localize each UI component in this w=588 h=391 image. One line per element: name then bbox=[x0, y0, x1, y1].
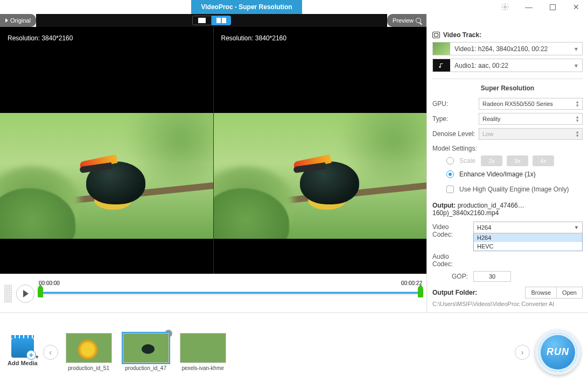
updown-icon: ▴▾ bbox=[576, 130, 579, 138]
original-tab-label: Original bbox=[10, 17, 31, 24]
denoise-value: Low bbox=[482, 131, 493, 137]
original-tab[interactable]: Original bbox=[0, 14, 36, 27]
scale-4x-button[interactable]: 4x bbox=[533, 155, 554, 166]
media-tray: Add Media ▼ ‹ production_id_51 ✕ product… bbox=[0, 312, 588, 391]
play-icon bbox=[5, 18, 8, 23]
run-button[interactable]: RUN bbox=[535, 330, 580, 375]
tray-prev-button[interactable]: ‹ bbox=[43, 345, 58, 360]
media-thumbnails: production_id_51 ✕ production_id_47 pexe… bbox=[64, 333, 228, 371]
add-media-button[interactable]: Add Media ▼ bbox=[8, 338, 38, 366]
hq-engine-row: Use High Quality Engine (Image Only) bbox=[427, 180, 588, 198]
result-resolution-label: Resolution: 3840*2160 bbox=[221, 34, 286, 42]
scale-label: Scale bbox=[459, 157, 475, 165]
chevron-right-icon: › bbox=[521, 348, 524, 357]
super-resolution-heading: Super Resolution bbox=[427, 82, 588, 96]
video-track-select[interactable]: Video1: h264, 3840x2160, 00:22 ▾ bbox=[432, 42, 583, 55]
run-label: RUN bbox=[547, 346, 569, 358]
thumbnail-caption: production_id_47 bbox=[121, 365, 171, 371]
split-pane-icon bbox=[216, 18, 226, 23]
video-track-value: Video1: h264, 3840x2160, 00:22 bbox=[450, 45, 570, 53]
gpu-select[interactable]: Radeon RX550/550 Series ▴▾ bbox=[479, 98, 583, 110]
open-button[interactable]: Open bbox=[557, 287, 583, 298]
thumbnail-image bbox=[180, 333, 226, 363]
audio-codec-row: Audio Codec: bbox=[427, 253, 588, 269]
scale-option-row: Scale 2x 3x 4x bbox=[427, 153, 588, 168]
close-icon: ✕ bbox=[573, 3, 579, 11]
thumbnail-image bbox=[66, 333, 112, 363]
trim-end-time: 00:00:22 bbox=[401, 280, 422, 307]
audio-thumb-icon bbox=[433, 59, 450, 72]
video-codec-option-hevc[interactable]: HEVC bbox=[474, 242, 582, 251]
video-thumb-icon bbox=[433, 42, 450, 55]
close-button[interactable]: ✕ bbox=[564, 0, 588, 14]
type-value: Reality bbox=[482, 116, 501, 122]
gop-input[interactable]: 30 bbox=[473, 271, 511, 282]
type-select[interactable]: Reality ▴▾ bbox=[479, 113, 583, 125]
hq-engine-checkbox[interactable] bbox=[446, 186, 454, 193]
view-split-button[interactable] bbox=[212, 16, 231, 25]
video-track-heading: Video Track: bbox=[427, 27, 588, 42]
chevron-down-icon: ▼ bbox=[574, 225, 579, 230]
enhance-option-row: Enhance Video/Image (1x) bbox=[427, 168, 588, 180]
output-folder-row: Output Folder: Browse Open bbox=[427, 283, 588, 300]
drag-handle-icon[interactable] bbox=[4, 285, 12, 303]
scale-radio[interactable] bbox=[446, 157, 454, 165]
tray-next-button[interactable]: › bbox=[515, 345, 530, 360]
preview-topbar: Original Preview bbox=[0, 14, 588, 27]
chevron-down-icon: ▾ bbox=[570, 62, 582, 69]
browse-button[interactable]: Browse bbox=[525, 287, 557, 298]
minimize-icon: — bbox=[525, 3, 533, 11]
audio-codec-label: Audio Codec: bbox=[432, 253, 470, 268]
timeline-track[interactable]: 00:00:00 00:00:22 00:00:00 00:00:22 bbox=[39, 280, 422, 307]
media-thumb-1[interactable]: production_id_51 bbox=[64, 333, 114, 371]
scale-3x-button[interactable]: 3x bbox=[507, 155, 528, 166]
video-codec-row: Video Codec: H264 ▼ H264 HEVC bbox=[427, 220, 588, 253]
gpu-row: GPU: Radeon RX550/550 Series ▴▾ bbox=[427, 96, 588, 111]
settings-button[interactable] bbox=[493, 0, 517, 14]
maximize-button[interactable] bbox=[541, 0, 564, 14]
add-media-label: Add Media bbox=[8, 360, 38, 366]
denoise-row: Denoise Level: Low ▴▾ bbox=[427, 126, 588, 141]
single-pane-icon bbox=[198, 18, 206, 23]
timeline: 00:00:00 00:00:22 00:00:00 00:00:22 bbox=[0, 274, 426, 312]
original-resolution-label: Resolution: 3840*2160 bbox=[8, 34, 73, 42]
side-panel: Video Track: Video1: h264, 3840x2160, 00… bbox=[426, 27, 588, 312]
preview-tab-label: Preview bbox=[393, 17, 414, 24]
hq-engine-label: Use High Quality Engine (Image Only) bbox=[459, 186, 569, 193]
audio-track-select[interactable]: Audio1: aac, 00:22 ▾ bbox=[432, 59, 583, 72]
chevron-down-icon: ▼ bbox=[34, 354, 39, 360]
trim-start-time: 00:00:00 bbox=[39, 280, 60, 307]
music-note-icon bbox=[438, 62, 445, 69]
denoise-select[interactable]: Low ▴▾ bbox=[479, 128, 583, 140]
media-thumb-2[interactable]: ✕ production_id_47 bbox=[121, 333, 171, 371]
video-track-icon bbox=[432, 32, 440, 38]
output-folder-label: Output Folder: bbox=[432, 289, 525, 296]
preview-area: Resolution: 3840*2160 Resolution: 3840*2… bbox=[0, 27, 426, 274]
enhance-label: Enhance Video/Image (1x) bbox=[459, 170, 536, 178]
media-thumb-3[interactable]: pexels-ivan-khme bbox=[178, 333, 228, 371]
magnifier-icon bbox=[416, 18, 421, 23]
play-icon bbox=[23, 290, 29, 297]
gear-icon bbox=[501, 3, 509, 11]
play-button[interactable] bbox=[16, 285, 34, 303]
gop-row: GOP: 30 bbox=[427, 269, 588, 283]
chevron-left-icon: ‹ bbox=[49, 348, 52, 357]
view-single-button[interactable] bbox=[192, 16, 212, 25]
preview-original-pane[interactable]: Resolution: 3840*2160 bbox=[0, 27, 213, 274]
add-media-icon bbox=[11, 338, 34, 358]
chevron-down-icon: ▾ bbox=[570, 45, 582, 53]
preview-result-pane[interactable]: Resolution: 3840*2160 bbox=[213, 27, 427, 274]
preview-tab[interactable]: Preview bbox=[387, 14, 426, 27]
updown-icon: ▴▾ bbox=[576, 100, 579, 108]
video-track-label: Video Track: bbox=[443, 31, 481, 39]
maximize-icon bbox=[550, 4, 556, 10]
video-codec-select[interactable]: H264 ▼ bbox=[473, 222, 583, 233]
video-codec-option-h264[interactable]: H264 bbox=[474, 233, 582, 242]
audio-track-value: Audio1: aac, 00:22 bbox=[450, 62, 570, 69]
minimize-button[interactable]: — bbox=[517, 0, 541, 14]
gpu-label: GPU: bbox=[432, 100, 475, 108]
scale-2x-button[interactable]: 2x bbox=[481, 155, 502, 166]
output-folder-path: C:\Users\MSIF\Videos\VideoProc Converter… bbox=[427, 300, 588, 312]
type-label: Type: bbox=[432, 115, 475, 123]
enhance-radio[interactable] bbox=[446, 170, 454, 178]
